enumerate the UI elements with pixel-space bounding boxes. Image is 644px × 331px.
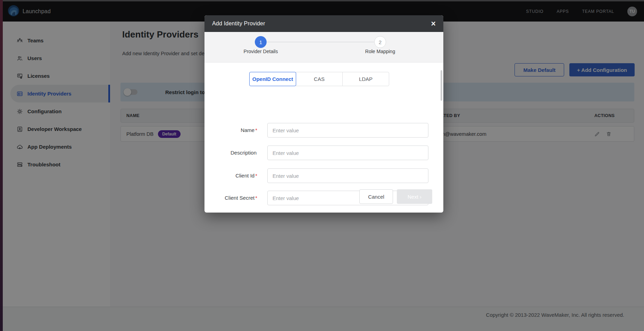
close-icon[interactable]: ×	[431, 20, 436, 28]
add-identity-provider-modal: Add Identity Provider × 1 2 Provider Det…	[204, 15, 443, 213]
step-2-circle[interactable]: 2	[374, 36, 386, 48]
description-field-label: Description	[211, 146, 257, 160]
name-field-label: Name*	[211, 123, 257, 138]
client-id-input[interactable]	[267, 168, 428, 183]
required-asterisk: *	[255, 127, 257, 133]
tab-openid-connect[interactable]: OpenID Connect	[249, 72, 296, 86]
tab-ldap[interactable]: LDAP	[342, 72, 389, 86]
step-2-label: Role Mapping	[345, 49, 415, 54]
cancel-button[interactable]: Cancel	[359, 189, 393, 204]
tab-cas[interactable]: CAS	[296, 72, 343, 86]
step-1-label: Provider Details	[226, 49, 295, 54]
provider-type-tabs: OpenID Connect CAS LDAP	[249, 72, 389, 86]
scrollbar-thumb[interactable]	[441, 70, 442, 101]
name-input[interactable]	[267, 123, 428, 138]
modal-header: Add Identity Provider ×	[204, 15, 443, 32]
required-asterisk: *	[255, 173, 257, 179]
client-secret-field-label: Client Secret*	[211, 191, 257, 205]
description-input[interactable]	[267, 146, 428, 160]
required-asterisk: *	[255, 195, 257, 201]
wizard-stepper: 1 2 Provider Details Role Mapping	[204, 32, 443, 63]
step-connector-line	[267, 42, 374, 42]
step-1-circle[interactable]: 1	[255, 36, 267, 48]
client-id-field-label: Client Id*	[211, 168, 257, 183]
modal-title: Add Identity Provider	[212, 20, 265, 27]
next-button[interactable]: Next ›	[397, 189, 432, 204]
